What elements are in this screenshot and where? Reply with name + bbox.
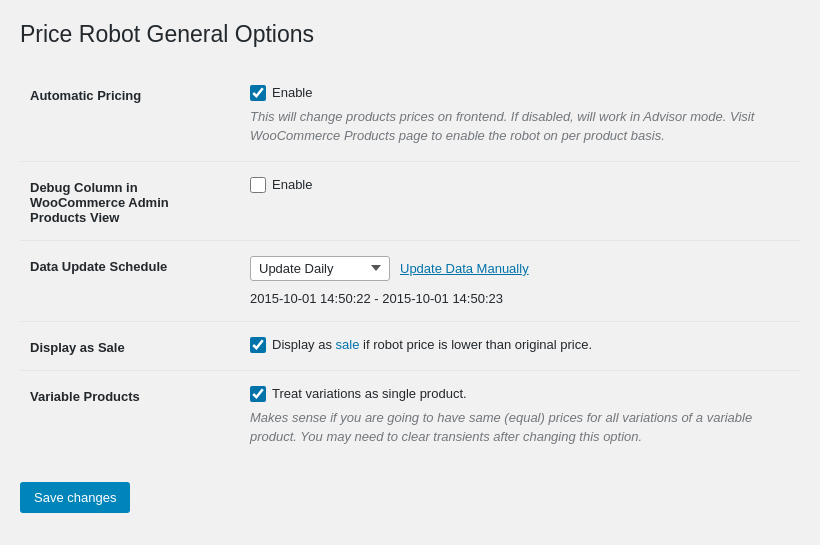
display-as-sale-row: Display as Sale Display as sale if robot… — [20, 321, 800, 370]
variable-products-checkbox[interactable] — [250, 386, 266, 402]
automatic-pricing-checkbox[interactable] — [250, 85, 266, 101]
debug-column-checkbox-text: Enable — [272, 177, 312, 192]
automatic-pricing-label: Automatic Pricing — [20, 70, 240, 162]
display-as-sale-text: Display as sale if robot price is lower … — [272, 337, 592, 352]
variable-products-label: Variable Products — [20, 370, 240, 462]
sale-highlight: sale — [336, 337, 360, 352]
debug-column-label: Debug Column in WooCommerce Admin Produc… — [20, 161, 240, 240]
display-as-sale-cell: Display as sale if robot price is lower … — [240, 321, 800, 370]
update-timestamp: 2015-10-01 14:50:22 - 2015-10-01 14:50:2… — [250, 291, 503, 306]
debug-column-checkbox-label[interactable]: Enable — [250, 177, 790, 193]
data-update-row: Data Update Schedule Update Daily Update… — [20, 240, 800, 321]
automatic-pricing-description: This will change products prices on fron… — [250, 107, 770, 146]
variable-products-cell: Treat variations as single product. Make… — [240, 370, 800, 462]
options-form-table: Automatic Pricing Enable This will chang… — [20, 70, 800, 462]
automatic-pricing-checkbox-text: Enable — [272, 85, 312, 100]
data-update-cell: Update Daily Update Weekly Update Monthl… — [240, 240, 800, 321]
debug-column-row: Debug Column in WooCommerce Admin Produc… — [20, 161, 800, 240]
variable-products-checkbox-text: Treat variations as single product. — [272, 386, 467, 401]
automatic-pricing-checkbox-label[interactable]: Enable — [250, 85, 790, 101]
display-as-sale-checkbox-label[interactable]: Display as sale if robot price is lower … — [250, 337, 790, 353]
variable-products-row: Variable Products Treat variations as si… — [20, 370, 800, 462]
automatic-pricing-cell: Enable This will change products prices … — [240, 70, 800, 162]
update-data-manually-link[interactable]: Update Data Manually — [400, 261, 529, 276]
variable-products-checkbox-label[interactable]: Treat variations as single product. — [250, 386, 790, 402]
variable-products-description: Makes sense if you are going to have sam… — [250, 408, 770, 447]
data-update-controls: Update Daily Update Weekly Update Monthl… — [250, 256, 790, 306]
debug-column-checkbox[interactable] — [250, 177, 266, 193]
save-changes-button[interactable]: Save changes — [20, 482, 130, 513]
display-as-sale-label: Display as Sale — [20, 321, 240, 370]
data-update-select[interactable]: Update Daily Update Weekly Update Monthl… — [250, 256, 390, 281]
data-update-label: Data Update Schedule — [20, 240, 240, 321]
display-as-sale-checkbox[interactable] — [250, 337, 266, 353]
debug-column-cell: Enable — [240, 161, 800, 240]
page-title: Price Robot General Options — [20, 20, 800, 50]
automatic-pricing-row: Automatic Pricing Enable This will chang… — [20, 70, 800, 162]
